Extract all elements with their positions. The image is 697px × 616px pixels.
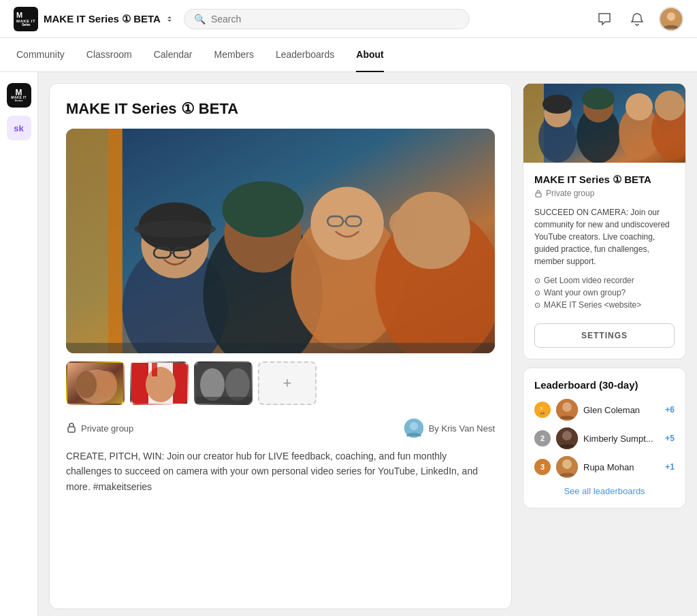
svg-rect-54 [536, 193, 541, 197]
leaderboard-name-1: Glen Coleman [583, 405, 660, 415]
user-avatar[interactable] [659, 7, 683, 31]
community-link-website[interactable]: ⊙ MAKE IT Series <website> [534, 300, 675, 310]
brand-title: MAKE IT Series ① BETA [44, 13, 161, 25]
community-name: MAKE IT Series ① BETA [534, 174, 675, 186]
see-all-leaderboards[interactable]: See all leaderboards [534, 485, 675, 497]
svg-rect-34 [152, 363, 157, 376]
sub-navigation: Community Classroom Calendar Members Lea… [0, 38, 697, 72]
add-photo-button[interactable]: + [258, 361, 317, 405]
svg-point-8 [134, 221, 216, 238]
svg-point-56 [562, 402, 572, 412]
community-lock-icon [534, 189, 542, 197]
thumbnail-3[interactable] [194, 361, 253, 405]
community-banner [523, 84, 685, 163]
creator-avatar [404, 419, 423, 438]
page-title: MAKE IT Series ① BETA [66, 100, 495, 118]
leaderboard-name-2: Kimberly Sumpt... [583, 434, 660, 444]
svg-rect-4 [108, 129, 123, 353]
svg-point-49 [582, 88, 615, 110]
leaderboard-card: Leaderboard (30-day) 🏆 Glen Coleman +6 2 [523, 368, 686, 508]
svg-point-41 [410, 422, 418, 430]
link-icon-3: ⊙ [534, 301, 540, 310]
main-layout: M MAKE IT Series sk MAKE IT Series ① BET… [0, 72, 697, 616]
content-area: MAKE IT Series ① BETA [38, 72, 697, 616]
notifications-button[interactable] [626, 8, 648, 30]
leaderboard-score-2: +5 [665, 434, 675, 443]
link-icon-2: ⊙ [534, 289, 540, 297]
leaderboard-score-3: +1 [665, 462, 675, 472]
leaderboard-item-3: 3 Rupa Mohan +1 [534, 456, 675, 478]
private-label: Private group [81, 423, 133, 434]
photo-thumbnails: + [66, 361, 495, 405]
svg-point-36 [200, 368, 225, 401]
leaderboard-avatar-1 [556, 399, 578, 421]
leaderboard-score-1: +6 [665, 405, 675, 415]
nav-members[interactable]: Members [214, 38, 254, 72]
nav-icons [594, 7, 683, 31]
svg-rect-26 [66, 343, 495, 353]
svg-rect-39 [68, 427, 75, 432]
community-card: MAKE IT Series ① BETA Private group SUCC… [523, 83, 686, 359]
nav-about[interactable]: About [356, 38, 383, 72]
brand-logo[interactable]: M MAKE IT Series MAKE IT Series ① BETA [14, 7, 173, 31]
thumbnail-1[interactable] [66, 361, 125, 405]
community-private-badge: Private group [534, 189, 675, 198]
hero-image [66, 129, 495, 353]
logo-icon: M MAKE IT Series [14, 7, 38, 31]
leaderboard-title: Leaderboard (30-day) [534, 379, 675, 391]
svg-point-58 [562, 431, 572, 440]
rank-badge-1: 🏆 [534, 402, 551, 418]
sidebar-item-make-it[interactable]: M MAKE IT Series [7, 83, 31, 108]
svg-rect-43 [523, 84, 544, 163]
community-info: MAKE IT Series ① BETA Private group SUCC… [523, 163, 685, 359]
top-navigation: M MAKE IT Series MAKE IT Series ① BETA 🔍 [0, 0, 697, 38]
svg-point-37 [225, 368, 250, 401]
brand-dropdown-arrow[interactable] [166, 15, 173, 23]
hero-photo-svg [66, 129, 495, 353]
svg-rect-38 [195, 397, 253, 405]
group-info-row: Private group By Kris Van Nest [66, 419, 495, 438]
messages-button[interactable] [594, 8, 615, 30]
rank-badge-2: 2 [534, 430, 551, 447]
left-sidebar: M MAKE IT Series sk [0, 72, 38, 616]
leaderboard-avatar-2 [556, 427, 578, 449]
community-links: ⊙ Get Loom video recorder ⊙ Want your ow… [534, 276, 675, 310]
community-private-label: Private group [546, 189, 594, 198]
creator-info: By Kris Van Nest [404, 419, 495, 438]
sidebar-item-sk[interactable]: sk [7, 116, 31, 140]
link-icon-1: ⊙ [534, 276, 540, 285]
make-it-logo-icon: M MAKE IT Series [7, 83, 31, 108]
nav-calendar[interactable]: Calendar [154, 38, 193, 72]
search-bar[interactable]: 🔍 [184, 9, 470, 29]
leaderboard-avatar-3 [556, 456, 578, 478]
svg-point-14 [222, 181, 304, 238]
group-description: CREATE, PITCH, WIN: Join our creator hub… [66, 449, 495, 494]
svg-point-30 [97, 371, 117, 398]
svg-point-33 [146, 367, 176, 402]
main-card: MAKE IT Series ① BETA [49, 83, 512, 609]
sk-logo-icon: sk [7, 116, 31, 140]
leaderboard-name-3: Rupa Mohan [583, 462, 660, 472]
leaderboard-item-1: 🏆 Glen Coleman +6 [534, 399, 675, 421]
thumbnail-2[interactable] [130, 361, 189, 405]
svg-point-46 [542, 95, 572, 114]
nav-leaderboards[interactable]: Leaderboards [276, 38, 334, 72]
community-link-group[interactable]: ⊙ Want your own group? [534, 288, 675, 297]
svg-point-53 [655, 91, 685, 120]
svg-point-25 [389, 210, 417, 238]
svg-point-60 [562, 459, 572, 469]
see-all-link[interactable]: See all leaderboards [564, 486, 645, 496]
svg-point-51 [626, 93, 653, 120]
community-description: SUCCEED ON CAMERA: Join our community fo… [534, 206, 675, 268]
search-icon: 🔍 [194, 14, 206, 25]
private-badge: Private group [66, 422, 133, 435]
search-input[interactable] [211, 14, 459, 25]
nav-classroom[interactable]: Classroom [86, 38, 132, 72]
settings-button[interactable]: SETTINGS [534, 323, 675, 348]
lock-icon [66, 422, 77, 435]
creator-label: By Kris Van Nest [429, 423, 495, 434]
community-link-loom[interactable]: ⊙ Get Loom video recorder [534, 276, 675, 285]
nav-community[interactable]: Community [16, 38, 65, 72]
right-sidebar: MAKE IT Series ① BETA Private group SUCC… [523, 83, 686, 609]
svg-point-29 [76, 371, 97, 398]
